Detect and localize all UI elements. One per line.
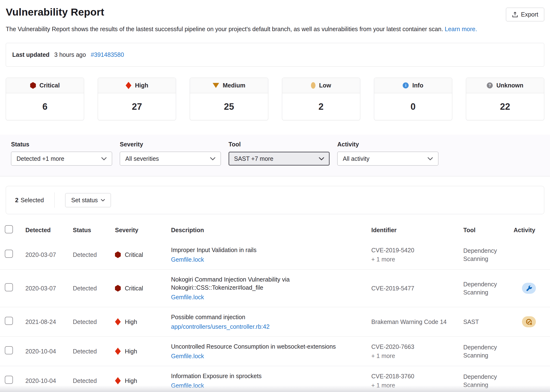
severity-label: High (125, 318, 137, 326)
chevron-down-icon (428, 157, 433, 161)
severity-value: Critical (115, 251, 171, 259)
severity-critical-icon (115, 285, 121, 292)
row-checkbox[interactable] (5, 317, 13, 325)
col-header-detected: Detected (25, 227, 73, 234)
page-description: The Vulnerability Report shows the resul… (0, 25, 550, 33)
activity-cell (514, 283, 544, 294)
identifier-more: + 1 more (371, 255, 448, 263)
severity-info-icon: i (403, 82, 409, 88)
table-row: 2020-10-04 Detected High Information Exp… (0, 366, 550, 392)
severity-value: Critical (115, 284, 171, 292)
severity-summary: Critical 6 High 27 Medium 25 Low 2 (0, 78, 550, 120)
vulnerability-title[interactable]: Improper Input Validation in rails (171, 246, 364, 254)
identifier-text: CVE-2020-7663 (371, 343, 448, 351)
chevron-down-icon (319, 157, 324, 161)
chevron-down-icon (101, 199, 105, 202)
detected-date: 2020-03-07 (25, 284, 73, 292)
page-description-text: The Vulnerability Report shows the resul… (6, 26, 443, 32)
severity-card-label: Critical (40, 82, 60, 89)
severity-high-icon (115, 377, 121, 384)
activity-filter-value: All activity (343, 155, 369, 162)
question-glyph: ? (489, 83, 491, 88)
severity-card-label: Low (319, 82, 331, 89)
col-header-status: Status (73, 227, 115, 234)
select-all-checkbox[interactable] (5, 225, 13, 233)
vulnerability-title[interactable]: Uncontrolled Resource Consumption in web… (171, 343, 364, 350)
col-header-tool: Tool (463, 227, 514, 234)
selection-bar: 2 Selected Set status (6, 186, 544, 214)
status-filter-dropdown[interactable]: Detected +1 more (11, 152, 112, 166)
severity-high-icon (125, 82, 131, 89)
description-cell: Improper Input Validation in rails Gemfi… (171, 246, 371, 264)
severity-label: High (125, 377, 137, 385)
location-link[interactable]: Gemfile.lock (171, 381, 204, 390)
row-checkbox[interactable] (5, 250, 13, 258)
severity-card-count: 27 (98, 93, 176, 120)
pipeline-link[interactable]: #391483580 (91, 51, 124, 58)
identifier-more: + 1 more (371, 381, 448, 389)
page-title: Vulnerability Report (6, 6, 104, 18)
table-row: 2021-08-24 Detected High Possible comman… (0, 307, 550, 337)
location-link[interactable]: app/controllers/users_controller.rb:42 (171, 322, 270, 331)
severity-high-icon (115, 318, 121, 325)
vulnerability-title[interactable]: Possible command injection (171, 313, 364, 321)
chevron-down-icon (210, 157, 215, 161)
export-icon (512, 12, 518, 18)
status-value: Detected (73, 251, 115, 259)
status-value: Detected (73, 284, 115, 292)
vulnerability-title[interactable]: Nokogiri Command Injection Vulnerability… (171, 275, 364, 292)
severity-card-count: 0 (374, 93, 452, 120)
activity-filter-dropdown[interactable]: All activity (337, 152, 438, 166)
severity-unknown-icon: ? (487, 82, 493, 88)
table-row: 2020-03-07 Detected Critical Improper In… (0, 240, 550, 270)
severity-value: High (115, 347, 171, 355)
tool-filter-dropdown[interactable]: SAST +7 more (229, 152, 330, 166)
wrench-icon (526, 285, 532, 292)
severity-filter-value: All severities (125, 155, 159, 162)
identifier-cell: CVE-2020-7663 + 1 more (371, 343, 448, 360)
detected-date: 2020-10-04 (25, 347, 73, 355)
activity-cell (514, 316, 544, 327)
identifier-text: Brakeman Warning Code 14 (371, 318, 448, 326)
identifier-cell: CVE-2019-5477 (371, 284, 448, 292)
set-status-button[interactable]: Set status (65, 193, 111, 207)
tool-value: Dependency Scanning (463, 373, 503, 389)
location-link[interactable]: Gemfile.lock (171, 293, 204, 301)
table-row: 2020-03-07 Detected Critical Nokogiri Co… (0, 270, 550, 307)
last-updated-section: Last updated 3 hours ago #391483580 (0, 43, 550, 67)
export-button[interactable]: Export (506, 8, 544, 21)
false-positive-badge (522, 316, 536, 327)
detected-date: 2020-03-07 (25, 251, 73, 259)
remediation-badge (522, 283, 536, 294)
detected-date: 2020-10-04 (25, 377, 73, 385)
severity-label: High (125, 347, 137, 355)
severity-card-critical: Critical 6 (6, 78, 84, 120)
severity-card-count: 22 (466, 93, 544, 120)
vulnerabilities-table: Detected Status Severity Description Ide… (0, 219, 550, 392)
severity-value: High (115, 377, 171, 385)
status-value: Detected (73, 347, 115, 355)
status-value: Detected (73, 377, 115, 385)
location-link[interactable]: Gemfile.lock (171, 255, 204, 264)
description-cell: Information Exposure in sprockets Gemfil… (171, 372, 371, 390)
col-header-severity: Severity (115, 227, 171, 234)
status-value: Detected (73, 318, 115, 326)
detected-date: 2021-08-24 (25, 318, 73, 326)
row-checkbox[interactable] (5, 376, 13, 384)
severity-filter-dropdown[interactable]: All severities (120, 152, 221, 166)
description-cell: Uncontrolled Resource Consumption in web… (171, 343, 371, 360)
vulnerability-title[interactable]: Information Exposure in sprockets (171, 372, 364, 380)
severity-critical-icon (115, 251, 121, 258)
tool-value: SAST (463, 318, 503, 326)
tool-filter: Tool SAST +7 more (229, 141, 330, 166)
export-button-label: Export (521, 11, 538, 18)
learn-more-link[interactable]: Learn more. (445, 26, 477, 32)
row-checkbox[interactable] (5, 283, 13, 291)
status-filter-label: Status (11, 141, 112, 148)
row-checkbox[interactable] (5, 346, 13, 354)
severity-filter-label: Severity (120, 141, 221, 148)
location-link[interactable]: Gemfile.lock (171, 352, 204, 360)
severity-card-unknown: ? Unknown 22 (466, 78, 544, 120)
severity-low-icon (311, 82, 315, 89)
status-filter: Status Detected +1 more (11, 141, 112, 166)
